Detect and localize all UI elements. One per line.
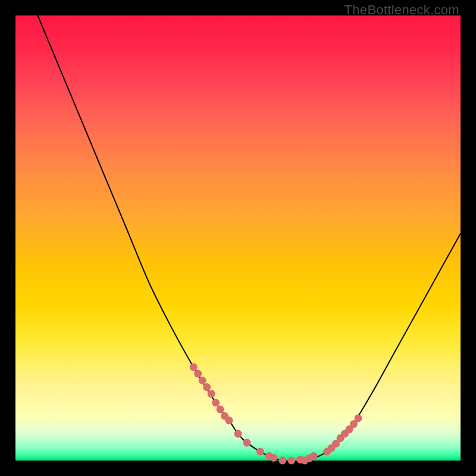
- bottleneck-curve: [37, 15, 461, 461]
- highlight-dot: [217, 406, 224, 414]
- watermark-text: TheBottleneck.com: [345, 2, 459, 18]
- highlight-dot: [243, 439, 251, 447]
- highlight-dot: [212, 399, 220, 406]
- highlight-dot: [208, 390, 215, 397]
- highlight-dot: [287, 457, 295, 465]
- highlight-dot: [199, 377, 206, 384]
- highlight-dot: [270, 454, 277, 462]
- highlight-dot: [256, 448, 264, 456]
- highlight-dot: [203, 383, 211, 391]
- highlight-dot: [310, 452, 318, 460]
- highlight-dot: [190, 363, 198, 371]
- chart-area: [15, 15, 461, 461]
- highlight-dot: [194, 370, 202, 378]
- highlight-dot: [234, 430, 242, 438]
- bottleneck-chart: [15, 15, 461, 461]
- highlight-dots: [190, 363, 362, 464]
- highlight-dot: [278, 457, 286, 465]
- highlight-dot: [355, 414, 362, 422]
- highlight-dot: [226, 416, 233, 424]
